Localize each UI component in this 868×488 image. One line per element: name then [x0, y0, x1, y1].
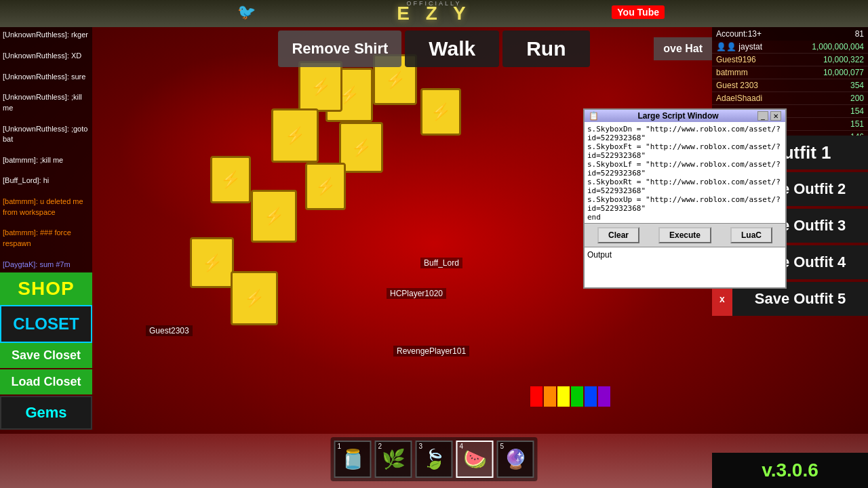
pikachu-area: ⚡ ⚡ ⚡ ⚡ ⚡ ⚡ ⚡ ⚡ ⚡ ⚡ ⚡ [170, 54, 509, 393]
color-red [530, 386, 542, 407]
hotbar-icon-4: 🍉 [463, 448, 487, 470]
leaderboard-header: Account:13+ 81 [712, 27, 868, 41]
hotbar-slot-2[interactable]: 2 🌿 [375, 441, 412, 478]
minimize-button[interactable]: _ [757, 111, 768, 121]
player-name-guest2303: Guest2303 [146, 325, 193, 336]
save-closet-button[interactable]: Save Closet [0, 343, 92, 368]
chat-line: [batmmm]: ### force respawn [3, 228, 90, 249]
chat-line: [Buff_Lord]: hi [3, 176, 90, 186]
version-display: v.3.0.6 [712, 453, 868, 488]
chat-line: [UnknownRuthless]: ;kill me [3, 92, 90, 113]
hotbar-icon-3: 🍃 [422, 448, 446, 470]
color-green [571, 386, 583, 407]
script-text-area[interactable]: s.SkyboxDn = "http://www.roblox.com/asse… [585, 122, 785, 224]
pikachu-sprite: ⚡ [190, 237, 234, 288]
lb-player-score: 151 [850, 119, 864, 129]
execute-button[interactable]: Execute [658, 227, 711, 243]
closet-label: CLOSET [0, 305, 92, 343]
load-closet-button[interactable]: Load Closet [0, 369, 92, 394]
chat-line: [batmmm]: u deleted me from workspace [3, 197, 90, 218]
lb-player-name: batmmm [716, 68, 748, 77]
lb-player-score: 10,000,077 [823, 68, 864, 77]
lb-player-score: 10,000,322 [823, 55, 864, 64]
youtube-icon: You Tube [612, 5, 665, 19]
hotbar-slot-num-1: 1 [338, 443, 342, 450]
account-label: Account:13+ [716, 29, 762, 39]
hotbar-icon-1: 🫙 [341, 448, 365, 470]
lb-player-name: Guest 2303 [716, 81, 758, 90]
lb-player-name: 👤👤 jaystat [716, 42, 762, 52]
player-name-revenge: RevengePlayer101 [393, 346, 469, 357]
player-name-buff-lord: Buff_Lord [420, 258, 462, 268]
color-blue [585, 386, 597, 407]
officially-text: OFFICIALLY [407, 0, 462, 7]
pikachu-sprite: ⚡ [305, 163, 346, 210]
pikachu-sprite: ⚡ [210, 156, 251, 203]
hotbar-slot-1[interactable]: 1 🫙 [334, 441, 372, 478]
pikachu-sprite: ⚡ [231, 271, 278, 325]
close-button[interactable]: ✕ [770, 111, 781, 121]
luac-button[interactable]: LuaC [730, 227, 772, 243]
script-window: 📋 Large Script Window _ ✕ s.SkyboxDn = "… [583, 108, 787, 289]
chat-line: [DaygtaK]: sum #7m [3, 260, 90, 270]
action-buttons: Remove Shirt Walk Run [258, 30, 610, 67]
lb-player-name: Guest9196 [716, 55, 756, 64]
remove-shirt-button[interactable]: Remove Shirt [278, 30, 401, 67]
hotbar-slot-num-4: 4 [460, 443, 464, 450]
color-orange [544, 386, 556, 407]
color-purple [598, 386, 610, 407]
chat-line: [batmmm]: ;kill me [3, 155, 90, 165]
chat-line: [UnknownRuthless]: XD [3, 51, 90, 61]
chat-line: [UnknownRuthless]: sure [3, 72, 90, 82]
lb-player-score: 154 [850, 106, 864, 116]
twitter-icon: 🐦 [237, 3, 256, 21]
leaderboard-row: Guest9196 10,000,322 [712, 54, 868, 66]
script-buttons: Clear Execute LuaC [585, 224, 785, 247]
walk-button[interactable]: Walk [405, 30, 499, 67]
script-window-icon: 📋 [589, 111, 599, 121]
leaderboard-row: Guest 2303 354 [712, 79, 868, 92]
top-banner: OFFICIALLY E Z Y 🐦 You Tube [0, 0, 868, 27]
remove-hat-button[interactable]: ove Hat [654, 37, 712, 60]
remove-hat-area: ove Hat [654, 37, 712, 60]
hotbar-icon-2: 🌿 [382, 448, 406, 470]
hotbar-slot-num-2: 2 [378, 443, 382, 450]
hotbar-slot-4[interactable]: 4 🍉 [456, 441, 494, 478]
leaderboard-row: batmmm 10,000,077 [712, 66, 868, 79]
hotbar-slot-num-5: 5 [500, 443, 505, 450]
top-score: 81 [855, 29, 864, 39]
script-window-title: Large Script Window [637, 111, 718, 121]
clear-button[interactable]: Clear [597, 227, 639, 243]
player-name-hcplayer: HCPlayer1020 [387, 288, 446, 299]
lb-player-score: 200 [850, 94, 864, 103]
leaderboard-row: AdaelShaadi 200 [712, 92, 868, 105]
chat-log: [UnknownRuthless]: rkger [UnknownRuthles… [0, 27, 92, 272]
output-area: Output [585, 247, 785, 287]
chat-line: [UnknownRuthless]: ;goto bat [3, 124, 90, 145]
remove-hat-label: ove Hat [663, 43, 703, 54]
leaderboard-row: 👤👤 jaystat 1,000,000,004 [712, 41, 868, 54]
pikachu-sprite: ⚡ [420, 88, 461, 136]
pikachu-sprite: ⚡ [271, 108, 319, 163]
hotbar-slot-5[interactable]: 5 🔮 [497, 441, 534, 478]
lb-player-name: AdaelShaadi [716, 94, 762, 103]
output-label: Output [587, 250, 612, 260]
script-window-controls: _ ✕ [757, 111, 781, 121]
lb-player-score: 354 [850, 81, 864, 90]
hotbar-slot-num-3: 3 [419, 443, 423, 450]
script-window-titlebar: 📋 Large Script Window _ ✕ [585, 110, 785, 122]
lb-player-score: 1,000,000,004 [812, 42, 864, 52]
gems-button[interactable]: Gems [0, 396, 92, 430]
pikachu-sprite: ⚡ [298, 61, 342, 112]
color-bar [530, 386, 610, 407]
script-content: s.SkyboxDn = "http://www.roblox.com/asse… [587, 125, 783, 222]
hotbar-slot-3[interactable]: 3 🍃 [416, 441, 453, 478]
pikachu-sprite: ⚡ [251, 190, 297, 243]
hotbar: 1 🫙 2 🌿 3 🍃 4 🍉 5 🔮 [331, 437, 538, 481]
chat-line: [UnknownRuthless]: rkger [3, 30, 90, 40]
run-button[interactable]: Run [502, 30, 589, 67]
hotbar-icon-5: 🔮 [504, 448, 528, 470]
color-yellow [557, 386, 570, 407]
left-panel: [UnknownRuthless]: rkger [UnknownRuthles… [0, 27, 92, 430]
shop-button[interactable]: SHOP [0, 272, 92, 305]
